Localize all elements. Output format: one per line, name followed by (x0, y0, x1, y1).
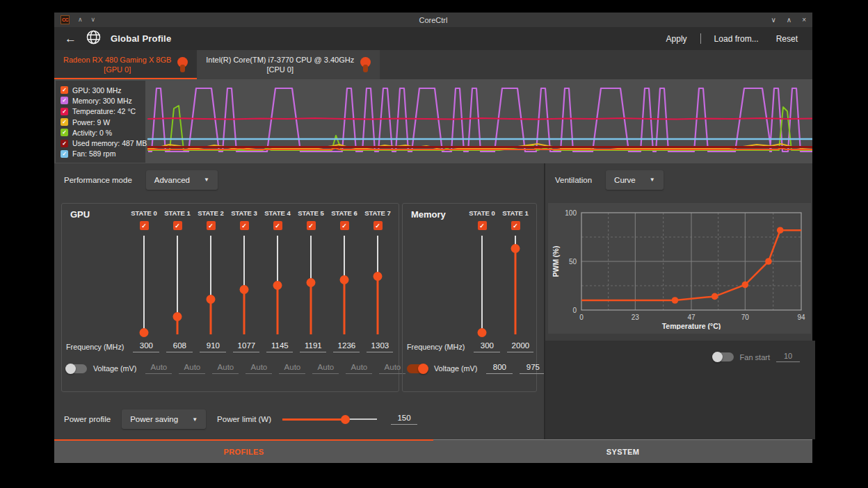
state-frequency-slider[interactable] (328, 234, 361, 336)
legend-item[interactable]: ✓Temperature: 42 °C (61, 106, 140, 117)
state-frequency-slider[interactable] (227, 234, 261, 336)
frequency-value[interactable]: 1145 (266, 341, 293, 352)
state-frequency-slider[interactable] (294, 234, 328, 336)
frequency-value[interactable]: 608 (166, 341, 193, 352)
frequency-value[interactable]: 300 (474, 341, 500, 352)
slider-handle[interactable] (341, 415, 350, 424)
tab-profiles[interactable]: PROFILES (54, 439, 433, 463)
sensor-graph-strip: ✓GPU: 300 MHz✓Memory: 300 MHz✓Temperatur… (54, 79, 812, 163)
slider-handle[interactable] (373, 272, 383, 281)
power-profile-dropdown[interactable]: Power saving ▼ (122, 409, 206, 429)
state-checkbox[interactable]: ✓ (373, 221, 383, 230)
fan-start-input[interactable]: 10 (776, 352, 800, 362)
legend-item[interactable]: ✓Fan: 589 rpm (61, 149, 140, 159)
voltage-value[interactable]: Auto (312, 363, 339, 374)
load-from-button[interactable]: Load from... (710, 32, 763, 46)
voltage-toggle[interactable] (66, 364, 87, 373)
apply-button[interactable]: Apply (662, 32, 691, 46)
frequency-value[interactable]: 1191 (300, 341, 326, 352)
state-checkbox[interactable]: ✓ (240, 221, 249, 230)
fan-curve-point[interactable] (672, 297, 679, 304)
legend-item[interactable]: ✓GPU: 300 MHz (61, 85, 140, 95)
state-frequency-slider[interactable] (261, 234, 294, 336)
state-frequency-slider[interactable] (194, 234, 227, 336)
back-button[interactable]: ← (65, 33, 77, 44)
state-checkbox[interactable]: ✓ (140, 221, 149, 230)
frequency-value[interactable]: 910 (200, 341, 226, 352)
minimize-button[interactable]: ∨ (771, 16, 776, 24)
reset-button[interactable]: Reset (772, 32, 802, 46)
slider-handle[interactable] (340, 275, 349, 284)
slider-handle[interactable] (240, 285, 249, 294)
voltage-value[interactable]: 975 (520, 363, 546, 374)
state-frequency-slider[interactable] (499, 234, 532, 336)
voltage-value[interactable]: Auto (179, 363, 205, 374)
fan-start-toggle[interactable] (713, 352, 734, 361)
legend-checkbox[interactable]: ✓ (61, 150, 68, 158)
voltage-value[interactable]: 800 (486, 363, 513, 374)
fan-curve-point[interactable] (742, 282, 749, 288)
state-checkbox[interactable]: ✓ (173, 221, 182, 230)
voltage-value[interactable]: Auto (212, 363, 239, 374)
frequency-value[interactable]: 2000 (507, 341, 533, 352)
state-checkbox[interactable]: ✓ (478, 221, 487, 230)
cpu-tab-name: Intel(R) Core(TM) i7-3770 CPU @ 3.40GHz (206, 55, 354, 65)
legend-item[interactable]: ✓Activity: 0 % (61, 127, 140, 138)
legend-item[interactable]: ✓Memory: 300 MHz (61, 95, 140, 106)
fan-curve-point[interactable] (765, 258, 772, 265)
slider-handle[interactable] (273, 281, 282, 290)
state-frequency-slider[interactable] (127, 234, 161, 336)
voltage-toggle[interactable] (407, 364, 428, 373)
state-checkbox[interactable]: ✓ (340, 221, 349, 230)
frequency-value[interactable]: 1077 (233, 341, 259, 352)
legend-checkbox[interactable]: ✓ (61, 140, 68, 147)
legend-checkbox[interactable]: ✓ (61, 86, 68, 94)
voltage-value[interactable]: Auto (145, 363, 172, 374)
state-checkbox[interactable]: ✓ (307, 221, 316, 230)
slider-handle[interactable] (478, 328, 487, 337)
voltage-value[interactable]: Auto (279, 363, 305, 374)
state-frequency-slider[interactable] (465, 234, 499, 336)
fan-curve-point[interactable] (712, 293, 718, 300)
fan-curve-point[interactable] (777, 227, 784, 234)
slider-handle[interactable] (173, 312, 182, 321)
voltage-value[interactable]: Auto (246, 363, 272, 374)
state-frequency-slider[interactable] (161, 234, 194, 336)
maximize-button[interactable]: ∧ (787, 16, 791, 24)
power-limit-slider[interactable] (282, 414, 377, 424)
frequency-value[interactable]: 300 (133, 341, 159, 352)
frequency-value[interactable]: 1303 (367, 341, 393, 352)
slider-handle[interactable] (307, 278, 316, 287)
state-checkbox[interactable]: ✓ (511, 221, 520, 230)
y-tick-label: 0 (572, 307, 577, 314)
frequency-value[interactable]: 1236 (333, 341, 360, 352)
ventilation-mode-dropdown[interactable]: Curve ▼ (606, 170, 664, 190)
legend-checkbox[interactable]: ✓ (61, 118, 68, 126)
tab-gpu-device[interactable]: Radeon RX 480 Gaming X 8GB [GPU 0] (54, 50, 197, 79)
slider-track (481, 236, 483, 334)
tab-system[interactable]: SYSTEM (433, 439, 812, 463)
shade-down-icon[interactable]: ∨ (91, 17, 96, 23)
legend-checkbox[interactable]: ✓ (61, 129, 68, 136)
legend-checkbox[interactable]: ✓ (61, 108, 68, 115)
legend-item[interactable]: ✓Power: 9 W (61, 117, 140, 127)
frequency-label: Frequency (MHz) (66, 341, 129, 352)
power-limit-value[interactable]: 150 (391, 414, 417, 425)
legend-item[interactable]: ✓Used memory: 487 MB (61, 138, 140, 148)
tab-cpu-device[interactable]: Intel(R) Core(TM) i7-3770 CPU @ 3.40GHz … (197, 50, 380, 79)
state-checkbox[interactable]: ✓ (273, 221, 282, 230)
fan-curve-chart[interactable]: 050100023477094PWM (%)Temperature (°C) (549, 206, 810, 330)
voltage-value[interactable]: Auto (346, 363, 372, 374)
state-checkbox[interactable]: ✓ (207, 221, 216, 230)
ventilation-column: Ventilation Curve ▼ 050100023477094PWM (… (545, 163, 815, 439)
shade-up-icon[interactable]: ∧ (78, 17, 83, 23)
slider-handle[interactable] (511, 244, 520, 253)
pin-icon[interactable] (360, 57, 371, 72)
close-button[interactable]: × (802, 16, 806, 24)
slider-handle[interactable] (207, 295, 216, 304)
slider-handle[interactable] (140, 328, 149, 337)
state-frequency-slider[interactable] (361, 234, 394, 336)
legend-checkbox[interactable]: ✓ (61, 97, 68, 104)
pin-icon[interactable] (177, 57, 188, 72)
performance-mode-dropdown[interactable]: Advanced ▼ (146, 170, 218, 190)
